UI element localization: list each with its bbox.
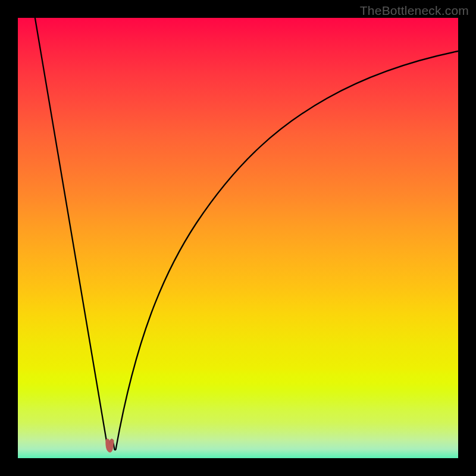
- chart-frame: TheBottleneck.com: [0, 0, 476, 476]
- watermark-text: TheBottleneck.com: [360, 4, 469, 18]
- curve-layer: [18, 18, 458, 458]
- plot-area: [18, 18, 458, 458]
- bottleneck-curve: [35, 18, 458, 450]
- minimum-bump: [106, 439, 114, 452]
